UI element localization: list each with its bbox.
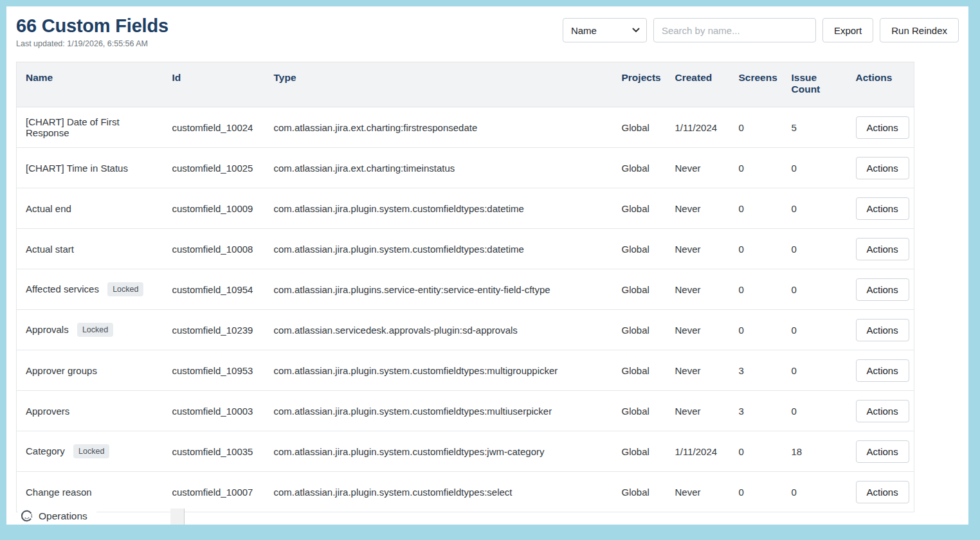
row-actions-button[interactable]: Actions (856, 278, 909, 301)
cell-screens: 0 (730, 229, 783, 269)
cell-projects: Global (613, 431, 666, 472)
cell-projects: Global (613, 472, 666, 512)
search-field-select[interactable]: Name (563, 18, 647, 42)
field-name: Approver groups (26, 365, 97, 376)
run-reindex-button[interactable]: Run Reindex (880, 18, 959, 42)
field-name: Category (26, 446, 65, 456)
cell-actions: Actions (847, 350, 914, 391)
custom-fields-page: 66 Custom Fields Last updated: 1/19/2026… (6, 6, 968, 525)
cell-projects: Global (613, 269, 666, 310)
page-header: 66 Custom Fields Last updated: 1/19/2026… (6, 6, 968, 62)
cell-created: Never (666, 269, 730, 310)
cell-type: com.atlassian.jira.plugin.system.customf… (265, 350, 613, 391)
toolbar: Name Export Run Reindex (563, 18, 959, 42)
column-header-projects: Projects (613, 62, 666, 107)
cell-issue-count: 18 (783, 431, 847, 472)
column-header-screens: Screens (730, 62, 783, 107)
cell-id: customfield_10003 (163, 391, 265, 431)
cell-type: com.atlassian.jira.plugin.system.customf… (265, 188, 613, 229)
cell-type: com.atlassian.jira.plugin.system.customf… (265, 391, 613, 431)
search-input[interactable] (653, 18, 816, 42)
row-actions-button[interactable]: Actions (856, 400, 909, 422)
table-row: Category Locked customfield_10035 com.at… (17, 431, 914, 472)
row-actions-button[interactable]: Actions (856, 197, 909, 220)
cell-projects: Global (613, 229, 666, 269)
cell-screens: 0 (730, 472, 783, 512)
table-row: Actual start customfield_10008 com.atlas… (17, 229, 914, 269)
table-row: [CHART] Time in Status customfield_10025… (17, 148, 914, 188)
cell-name: Actual start (17, 229, 163, 269)
field-name: Approvals (26, 324, 69, 335)
operations-panel-toggle[interactable]: Operations (18, 509, 96, 525)
cell-id: customfield_10035 (163, 431, 265, 472)
cell-name: [CHART] Time in Status (17, 148, 163, 188)
column-header-type: Type (265, 62, 613, 107)
custom-fields-table-wrap: Name Id Type Projects Created Screens Is… (16, 62, 959, 512)
cell-type: com.atlassian.servicedesk.approvals-plug… (265, 310, 613, 350)
viewport-frame: 66 Custom Fields Last updated: 1/19/2026… (0, 0, 980, 540)
cell-screens: 0 (730, 269, 783, 310)
cell-issue-count: 0 (783, 310, 847, 350)
cell-name: Approvals Locked (17, 310, 163, 350)
column-header-issue-count: Issue Count (783, 62, 847, 107)
table-row: Approvers customfield_10003 com.atlassia… (17, 391, 914, 431)
column-header-name: Name (17, 62, 163, 107)
cell-id: customfield_10239 (163, 310, 265, 350)
cell-name: [CHART] Date of First Response (17, 107, 163, 148)
cell-id: customfield_10007 (163, 472, 265, 512)
row-actions-button[interactable]: Actions (856, 359, 909, 382)
row-actions-button[interactable]: Actions (856, 238, 909, 260)
cell-created: 1/11/2024 (666, 107, 730, 148)
row-actions-button[interactable]: Actions (856, 440, 909, 463)
cell-screens: 0 (730, 431, 783, 472)
field-name: [CHART] Date of First Response (26, 116, 120, 138)
export-button[interactable]: Export (822, 18, 873, 42)
operations-label: Operations (39, 510, 87, 522)
cell-actions: Actions (847, 148, 914, 188)
cell-issue-count: 0 (783, 148, 847, 188)
cell-issue-count: 0 (783, 269, 847, 310)
field-name: Approvers (26, 406, 69, 417)
cell-screens: 0 (730, 148, 783, 188)
cell-actions: Actions (847, 229, 914, 269)
cell-type: com.atlassian.jira.ext.charting:timeinst… (265, 148, 613, 188)
cell-issue-count: 5 (783, 107, 847, 148)
cell-actions: Actions (847, 472, 914, 512)
locked-badge: Locked (77, 323, 113, 337)
cell-issue-count: 0 (783, 229, 847, 269)
cell-type: com.atlassian.jira.ext.charting:firstres… (265, 107, 613, 148)
cell-created: Never (666, 148, 730, 188)
table-row: Actual end customfield_10009 com.atlassi… (17, 188, 914, 229)
column-header-created: Created (666, 62, 730, 107)
locked-badge: Locked (107, 282, 143, 296)
cell-actions: Actions (847, 391, 914, 431)
cell-type: com.atlassian.jira.plugin.system.customf… (265, 431, 613, 472)
cell-id: customfield_10009 (163, 188, 265, 229)
field-name: Actual start (26, 244, 74, 255)
scrollbar-thumb[interactable] (170, 509, 185, 525)
cell-type: com.atlassian.jira.plugin.system.customf… (265, 472, 613, 512)
cell-actions: Actions (847, 310, 914, 350)
row-actions-button[interactable]: Actions (856, 481, 909, 503)
table-row: Affected services Locked customfield_109… (17, 269, 914, 310)
cell-issue-count: 0 (783, 350, 847, 391)
cell-screens: 3 (730, 350, 783, 391)
table-header-row: Name Id Type Projects Created Screens Is… (17, 62, 914, 107)
cell-id: customfield_10953 (163, 350, 265, 391)
cell-created: Never (666, 472, 730, 512)
row-actions-button[interactable]: Actions (856, 116, 909, 139)
cell-name: Change reason (17, 472, 163, 512)
row-actions-button[interactable]: Actions (856, 319, 909, 341)
cell-screens: 3 (730, 391, 783, 431)
cell-name: Approver groups (17, 350, 163, 391)
search-field-select-input[interactable]: Name (563, 19, 646, 42)
table-row: Approver groups customfield_10953 com.at… (17, 350, 914, 391)
cell-name: Affected services Locked (17, 269, 163, 310)
cell-name: Category Locked (17, 431, 163, 472)
cell-id: customfield_10008 (163, 229, 265, 269)
cell-id: customfield_10954 (163, 269, 265, 310)
cell-screens: 0 (730, 310, 783, 350)
cell-id: customfield_10025 (163, 148, 265, 188)
row-actions-button[interactable]: Actions (856, 157, 909, 179)
page-title: 66 Custom Fields (16, 15, 168, 37)
